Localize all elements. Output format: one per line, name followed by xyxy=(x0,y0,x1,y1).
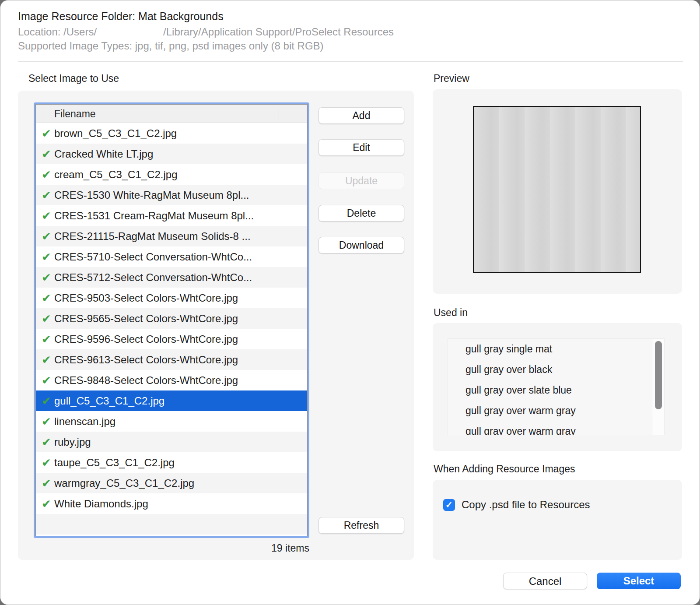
column-divider xyxy=(51,108,51,120)
file-name: Cracked White LT.jpg xyxy=(54,148,153,160)
file-row[interactable]: ✔taupe_C5_C3_C1_C2.jpg xyxy=(36,452,307,473)
location-suffix: /Library/Application Support/ProSelect R… xyxy=(163,26,394,38)
file-row[interactable]: ✔CRES-5712-Select Conversation-WhtCo... xyxy=(36,267,307,288)
location-prefix: Location: /Users/ xyxy=(18,26,97,38)
file-row-selected[interactable]: ✔gull_C5_C3_C1_C2.jpg xyxy=(36,390,307,411)
used-in-item[interactable]: gull gray over black xyxy=(448,359,664,380)
used-in-label: Used in xyxy=(434,307,468,319)
file-row[interactable]: ✔White Diamonds.jpg xyxy=(36,493,307,514)
when-adding-panel xyxy=(433,480,682,560)
file-name: warmgray_C5_C3_C1_C2.jpg xyxy=(54,477,194,489)
file-name: CRES-5712-Select Conversation-WhtCo... xyxy=(54,271,252,284)
used-in-list[interactable]: gull gray single matgull gray over black… xyxy=(448,338,665,435)
file-name: CRES-21115-RagMat Museum Solids-8 ... xyxy=(54,230,251,243)
check-icon: ✔ xyxy=(42,292,54,304)
check-icon: ✔ xyxy=(42,128,54,139)
file-name: CRES-9565-Select Colors-WhtCore.jpg xyxy=(54,313,238,325)
file-row[interactable]: ✔CRES-1531 Cream-RagMat Museum 8pl... xyxy=(36,205,307,226)
file-name: CRES-1531 Cream-RagMat Museum 8pl... xyxy=(54,210,254,222)
file-row[interactable]: ✔linenscan.jpg xyxy=(36,411,307,432)
check-icon: ✔ xyxy=(42,457,54,468)
file-name: CRES-9848-Select Colors-WhtCore.jpg xyxy=(54,374,238,387)
check-icon: ✔ xyxy=(42,251,54,263)
file-list[interactable]: Filename ✔brown_C5_C3_C1_C2.jpg✔Cracked … xyxy=(34,102,309,538)
used-in-scrollbar-track[interactable] xyxy=(652,339,664,435)
file-name: cream_C5_C3_C1_C2.jpg xyxy=(54,169,177,181)
cancel-button[interactable]: Cancel xyxy=(503,573,587,589)
check-icon: ✔ xyxy=(42,334,54,345)
image-resource-folder-dialog: Image Resource Folder: Mat Backgrounds L… xyxy=(0,0,700,605)
file-name: linenscan.jpg xyxy=(54,415,116,428)
add-button[interactable]: Add xyxy=(318,107,404,124)
check-icon: ✔ xyxy=(42,190,54,201)
check-icon: ✔ xyxy=(42,478,54,489)
check-icon: ✔ xyxy=(42,354,54,366)
file-row[interactable]: ✔Cracked White LT.jpg xyxy=(36,144,307,164)
used-in-item[interactable]: gull gray over slate blue xyxy=(448,380,664,401)
supported-types-note: Supported Image Types: jpg, tif, png, ps… xyxy=(18,40,324,52)
when-adding-label: When Adding Resource Images xyxy=(434,463,575,475)
file-row[interactable]: ✔CRES-5710-Select Conversation-WhtCo... xyxy=(36,246,307,267)
file-name: ruby.jpg xyxy=(54,436,91,448)
select-image-label: Select Image to Use xyxy=(28,73,119,84)
filename-header-label: Filename xyxy=(54,108,96,120)
file-name: taupe_C5_C3_C1_C2.jpg xyxy=(54,457,175,469)
check-icon: ✔ xyxy=(42,231,54,242)
check-icon: ✔ xyxy=(42,169,54,180)
file-row[interactable]: ✔ruby.jpg xyxy=(36,432,307,452)
edit-button[interactable]: Edit xyxy=(318,139,404,156)
delete-button[interactable]: Delete xyxy=(318,205,404,222)
file-name: CRES-9503-Select Colors-WhtCore.jpg xyxy=(54,292,238,304)
item-count: 19 items xyxy=(178,542,309,554)
file-name: White Diamonds.jpg xyxy=(54,498,148,510)
check-icon: ✔ xyxy=(42,210,54,222)
used-in-item[interactable]: gull gray over warm gray xyxy=(448,421,664,435)
header-divider xyxy=(18,61,683,62)
file-row[interactable]: ✔CRES-9503-Select Colors-WhtCore.jpg xyxy=(36,288,307,308)
file-name: brown_C5_C3_C1_C2.jpg xyxy=(54,127,177,140)
empty-row-band xyxy=(36,514,307,535)
select-button[interactable]: Select xyxy=(597,573,681,589)
file-name: CRES-9596-Select Colors-WhtCore.jpg xyxy=(54,333,238,345)
used-in-list-body: gull gray single matgull gray over black… xyxy=(448,339,664,435)
copy-psd-checkbox-label: Copy .psd file to Resources xyxy=(462,499,590,511)
check-icon: ✔ xyxy=(42,313,54,324)
file-row[interactable]: ✔warmgray_C5_C3_C1_C2.jpg xyxy=(36,473,307,493)
filename-column-header[interactable]: Filename xyxy=(36,105,307,123)
refresh-button[interactable]: Refresh xyxy=(318,517,404,534)
update-button: Update xyxy=(318,172,404,189)
file-row[interactable]: ✔CRES-9848-Select Colors-WhtCore.jpg xyxy=(36,370,307,390)
file-row[interactable]: ✔CRES-9613-Select Colors-WhtCore.jpg xyxy=(36,349,307,370)
check-icon: ✔ xyxy=(42,436,54,448)
check-icon: ✔ xyxy=(42,395,54,407)
used-in-scrollbar-thumb[interactable] xyxy=(655,341,662,409)
column-divider xyxy=(279,108,279,120)
used-in-item[interactable]: gull gray over warm gray xyxy=(448,401,664,421)
file-name: CRES-9613-Select Colors-WhtCore.jpg xyxy=(54,354,238,366)
file-row[interactable]: ✔CRES-1530 White-RagMat Museum 8pl... xyxy=(36,185,307,205)
preview-image xyxy=(473,106,641,273)
preview-label: Preview xyxy=(434,73,469,84)
copy-psd-checkbox[interactable]: ✓ xyxy=(443,499,455,511)
check-icon: ✔ xyxy=(42,498,54,510)
file-name: CRES-1530 White-RagMat Museum 8pl... xyxy=(54,189,249,201)
download-button[interactable]: Download xyxy=(318,237,404,253)
copy-psd-checkbox-row: ✓ Copy .psd file to Resources xyxy=(443,499,590,511)
file-name: gull_C5_C3_C1_C2.jpg xyxy=(54,395,164,407)
check-icon: ✔ xyxy=(42,148,54,160)
file-name: CRES-5710-Select Conversation-WhtCo... xyxy=(54,251,252,263)
check-icon: ✔ xyxy=(42,375,54,386)
file-row[interactable]: ✔CRES-21115-RagMat Museum Solids-8 ... xyxy=(36,226,307,246)
file-row[interactable]: ✔brown_C5_C3_C1_C2.jpg xyxy=(36,123,307,144)
location-path: Location: /Users//Library/Application Su… xyxy=(18,26,394,38)
file-row[interactable]: ✔CRES-9596-Select Colors-WhtCore.jpg xyxy=(36,329,307,349)
file-row[interactable]: ✔CRES-9565-Select Colors-WhtCore.jpg xyxy=(36,308,307,329)
check-icon: ✔ xyxy=(42,416,54,427)
file-list-body: ✔brown_C5_C3_C1_C2.jpg✔Cracked White LT.… xyxy=(36,123,307,535)
file-row[interactable]: ✔cream_C5_C3_C1_C2.jpg xyxy=(36,164,307,185)
check-icon: ✔ xyxy=(42,272,54,283)
dialog-title: Image Resource Folder: Mat Backgrounds xyxy=(18,10,224,23)
used-in-item[interactable]: gull gray single mat xyxy=(448,339,664,359)
